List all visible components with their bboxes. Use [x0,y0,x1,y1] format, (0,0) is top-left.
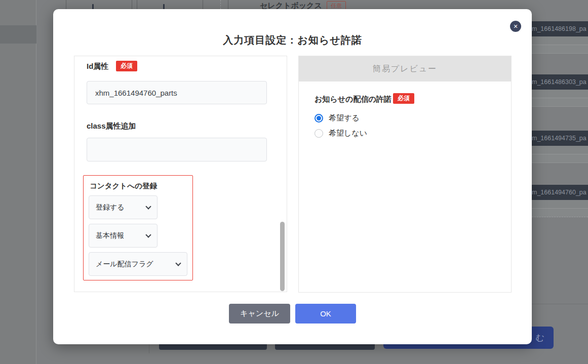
background-row [532,209,588,217]
category-select[interactable]: 基本情報 [89,224,158,248]
id-attr-input[interactable] [87,81,267,104]
radio-option-accept[interactable]: 希望する [315,113,360,123]
category-select-value: 基本情報 [96,231,124,240]
radio-selected-icon[interactable] [315,114,323,123]
modal-title: 入力項目設定：お知らせ許諾 [53,33,532,47]
modal-input-item-settings: 入力項目設定：お知らせ許諾 Id属性 必須 class属性追加 コンタクトへの登… [53,9,532,344]
cancel-button[interactable]: キャンセル [229,304,290,323]
background-sidebar [0,0,36,364]
contact-registration-label: コンタクトへの登録 [90,181,157,191]
radio-option-label: 希望する [329,113,360,123]
background-row [532,200,588,209]
background-row [532,45,588,54]
background-part-id-bar: m_1661486198_pa [532,21,588,36]
field-select-value: メール配信フラグ [96,260,153,269]
class-attr-input[interactable] [87,138,267,161]
preview-panel: 簡易プレビュー お知らせの配信の許諾 必須 希望する 希望しない [298,56,512,293]
ok-button[interactable]: OK [295,304,356,323]
preview-field-label: お知らせの配信の許諾 [315,95,391,104]
background-column-divider [137,0,137,9]
scrollbar-thumb[interactable] [280,222,285,291]
radio-unselected-icon[interactable] [315,129,323,138]
register-select[interactable]: 登録する [89,195,158,219]
background-column-divider [203,0,203,9]
background-row [532,154,588,163]
background-column-divider [228,0,228,9]
background-sidebar-selected-item [0,25,36,44]
clipped-plus-icon [92,4,94,9]
background-blue-button-label: む [536,332,544,344]
field-select[interactable]: メール配信フラグ [89,252,187,276]
required-badge: 必須 [116,61,137,71]
background-column-divider [132,0,132,9]
settings-panel: Id属性 必須 class属性追加 コンタクトへの登録 登録する 基本情報 メー… [74,56,287,292]
background-row [532,90,588,98]
class-attr-label: class属性追加 [87,122,136,131]
background-dashed-divider [220,0,221,9]
background-part-id-bar: m_1661486303_pa [532,74,588,90]
register-select-value: 登録する [96,203,125,212]
background-row [532,146,588,154]
chevron-down-icon [145,204,151,209]
background-divider [532,304,588,304]
radio-option-decline[interactable]: 希望しない [315,129,367,138]
screen: セレクトボックス 任意 m_1661486198_pa m_1661486303… [0,0,588,364]
background-row [532,98,588,107]
id-attr-label: Id属性 [87,62,108,71]
required-badge: 必須 [393,93,414,104]
clipped-plus-icon [163,4,165,9]
radio-option-label: 希望しない [329,129,367,138]
chevron-down-icon [145,232,151,237]
chevron-down-icon [175,260,181,266]
background-column-divider [66,0,66,9]
background-part-id-bar: m_1661494760_pa [532,185,588,200]
contact-registration-group: コンタクトへの登録 登録する 基本情報 メール配信フラグ [83,175,193,280]
close-icon[interactable]: ✕ [510,21,521,32]
background-row [532,36,588,45]
preview-header: 簡易プレビュー [299,56,511,82]
background-part-id-bar: m_1661494735_pa [532,131,588,146]
background-divider [149,344,149,353]
